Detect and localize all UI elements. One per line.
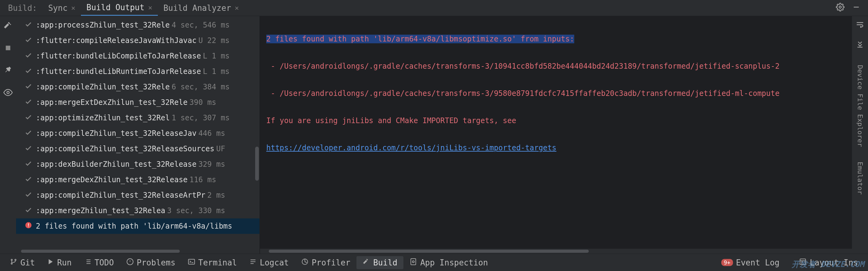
logcat-tool[interactable]: Logcat bbox=[243, 256, 295, 269]
emulator-tab[interactable]: Emulator bbox=[856, 162, 864, 195]
problems-tool[interactable]: Problems bbox=[120, 256, 182, 269]
task-row[interactable]: 2 files found with path 'lib/arm64-v8a/l… bbox=[16, 218, 259, 234]
task-row[interactable]: :flutter:compileReleaseJavaWithJavac U 2… bbox=[16, 33, 259, 48]
task-time: U 22 ms bbox=[198, 36, 229, 45]
task-row[interactable]: :flutter:bundleLibRuntimeToJarRelease L … bbox=[16, 64, 259, 79]
tab-label: Build Analyzer bbox=[163, 3, 231, 13]
svg-rect-21 bbox=[188, 259, 195, 264]
task-label: :app:processZhilun_test_32Rele bbox=[36, 21, 169, 29]
check-icon bbox=[25, 206, 32, 216]
run-tool[interactable]: Run bbox=[41, 256, 78, 269]
task-label: :app:mergeZhilun_test_32Relea bbox=[36, 206, 165, 215]
task-row[interactable]: :app:compileZhilun_test_32Rele 6 sec, 38… bbox=[16, 79, 259, 94]
output-content[interactable]: 2 files found with path 'lib/arm64-v8a/l… bbox=[260, 16, 852, 249]
terminal-label: Terminal bbox=[198, 258, 237, 267]
gear-icon[interactable] bbox=[836, 3, 844, 13]
build-label: Build: bbox=[2, 3, 43, 13]
check-icon bbox=[25, 159, 32, 169]
event-badge: 9+ bbox=[721, 259, 733, 266]
task-row[interactable]: :app:processZhilun_test_32Rele 4 sec, 54… bbox=[16, 17, 259, 33]
check-icon bbox=[25, 128, 32, 139]
logcat-label: Logcat bbox=[260, 258, 289, 267]
app-inspection-tool[interactable]: App Inspection bbox=[403, 256, 494, 269]
check-icon bbox=[25, 98, 32, 108]
minimize-icon[interactable] bbox=[852, 3, 861, 13]
profiler-label: Profiler bbox=[312, 258, 350, 267]
task-row[interactable]: :app:compileZhilun_test_32ReleaseArtPr 2… bbox=[16, 188, 259, 203]
task-row[interactable]: :app:optimizeZhilun_test_32Rel 1 sec, 30… bbox=[16, 110, 259, 126]
task-time: 4 sec, 546 ms bbox=[172, 21, 229, 29]
close-icon[interactable]: ✕ bbox=[148, 4, 152, 11]
task-time: 6 sec, 384 ms bbox=[172, 83, 229, 91]
horizontal-scrollbar[interactable] bbox=[16, 249, 259, 254]
task-row[interactable]: :app:mergeExtDexZhilun_test_32Rele 390 m… bbox=[16, 94, 259, 110]
check-icon bbox=[25, 82, 32, 92]
svg-point-9 bbox=[11, 263, 12, 264]
output-link[interactable]: https://developer.android.com/r/tools/jn… bbox=[266, 143, 556, 152]
play-icon bbox=[47, 258, 54, 267]
run-label: Run bbox=[57, 258, 72, 267]
stop-icon[interactable] bbox=[5, 45, 11, 53]
check-icon bbox=[25, 35, 32, 46]
build-tool[interactable]: Build bbox=[356, 256, 403, 269]
soft-wrap-icon[interactable] bbox=[856, 20, 864, 31]
task-time: 390 ms bbox=[189, 98, 216, 107]
task-label: :app:compileZhilun_test_32ReleaseJav bbox=[36, 129, 196, 138]
output-line-3: - /Users/androidlongs/.gradle/caches/tra… bbox=[266, 87, 846, 100]
output-horizontal-scrollbar[interactable] bbox=[260, 249, 852, 254]
output-line-2: - /Users/androidlongs/.gradle/caches/tra… bbox=[266, 59, 846, 73]
build-output-pane: 2 files found with path 'lib/arm64-v8a/l… bbox=[260, 16, 852, 254]
close-icon[interactable]: ✕ bbox=[235, 4, 239, 12]
vertical-scrollbar[interactable] bbox=[255, 146, 259, 181]
device-file-explorer-tab[interactable]: Device File Explorer bbox=[856, 65, 864, 147]
eye-icon[interactable] bbox=[3, 88, 13, 99]
svg-rect-27 bbox=[411, 259, 416, 265]
task-label: :flutter:bundleLibRuntimeToJarRelease bbox=[36, 67, 201, 76]
task-row[interactable]: :app:compileZhilun_test_32ReleaseSources… bbox=[16, 141, 259, 157]
todo-label: TODO bbox=[95, 258, 114, 267]
task-time: 329 ms bbox=[198, 160, 225, 169]
task-time: 116 ms bbox=[189, 175, 216, 184]
inspection-icon bbox=[410, 258, 417, 267]
task-row[interactable]: :app:mergeZhilun_test_32Relea 3 sec, 330… bbox=[16, 203, 259, 218]
task-row[interactable]: :app:compileZhilun_test_32ReleaseJav 446… bbox=[16, 126, 259, 141]
hammer-icon[interactable] bbox=[3, 21, 13, 32]
task-row[interactable]: :flutter:bundleLibCompileToJarRelease L … bbox=[16, 48, 259, 64]
pin-icon[interactable] bbox=[4, 65, 12, 76]
svg-rect-5 bbox=[28, 223, 29, 226]
app-inspection-label: App Inspection bbox=[420, 258, 488, 267]
svg-point-10 bbox=[15, 259, 16, 261]
scroll-to-end-icon[interactable] bbox=[856, 39, 864, 50]
task-label: :app:optimizeZhilun_test_32Rel bbox=[36, 113, 169, 122]
task-time: 446 ms bbox=[198, 129, 225, 138]
tab-label: Build Output bbox=[87, 3, 145, 12]
svg-rect-6 bbox=[28, 226, 29, 227]
terminal-icon bbox=[188, 258, 195, 267]
terminal-tool[interactable]: Terminal bbox=[182, 256, 243, 269]
git-tool[interactable]: Git bbox=[4, 256, 41, 269]
task-label: :app:compileZhilun_test_32ReleaseSources bbox=[36, 144, 214, 153]
check-icon bbox=[25, 144, 32, 154]
left-toolbar bbox=[0, 16, 16, 254]
todo-tool[interactable]: TODO bbox=[78, 256, 120, 269]
tab-build-analyzer[interactable]: Build Analyzer ✕ bbox=[158, 0, 244, 16]
tab-label: Sync bbox=[48, 3, 68, 13]
git-branch-icon bbox=[10, 258, 17, 267]
task-label: :app:dexBuilderZhilun_test_32Release bbox=[36, 160, 196, 169]
git-label: Git bbox=[21, 258, 35, 267]
profiler-tool[interactable]: Profiler bbox=[295, 256, 356, 269]
list-icon bbox=[84, 258, 91, 267]
warning-icon bbox=[126, 258, 134, 267]
tab-build-output[interactable]: Build Output ✕ bbox=[81, 0, 158, 16]
task-time: L 1 ms bbox=[203, 67, 230, 76]
close-icon[interactable]: ✕ bbox=[71, 4, 75, 12]
svg-marker-11 bbox=[49, 259, 53, 264]
tab-sync[interactable]: Sync ✕ bbox=[43, 0, 81, 16]
task-row[interactable]: :app:dexBuilderZhilun_test_32Release 329… bbox=[16, 157, 259, 172]
task-time: 2 ms bbox=[207, 191, 225, 199]
event-log-tool[interactable]: 9+ Event Log bbox=[715, 256, 786, 269]
logcat-icon bbox=[249, 258, 257, 267]
build-tabs-bar: Build: Sync ✕ Build Output ✕ Build Analy… bbox=[0, 0, 868, 16]
task-row[interactable]: :app:mergeDexZhilun_test_32Release 116 m… bbox=[16, 172, 259, 188]
check-icon bbox=[25, 113, 32, 123]
